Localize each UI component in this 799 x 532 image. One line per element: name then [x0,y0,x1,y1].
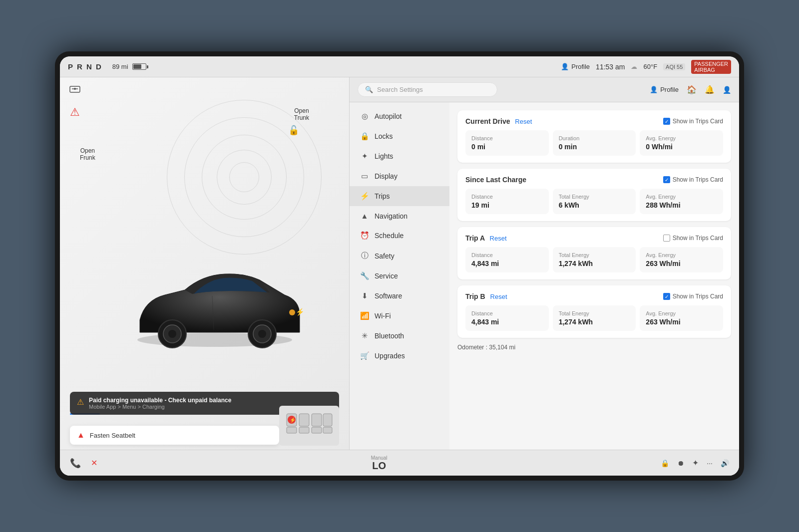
since-last-charge-distance: Distance 19 mi [465,189,549,214]
header-profile-person-icon: 👤 [650,86,658,93]
header-profile-button[interactable]: 👤 Profile [650,86,679,93]
nav-item-locks[interactable]: 🔒 Locks [350,126,449,146]
trip-b-distance-value: 4,843 mi [471,318,543,326]
trip-b-metrics: Distance 4,843 mi Total Energy 1,274 kWh… [465,305,723,331]
trip-a-avg-energy: Avg. Energy 263 Wh/mi [640,247,723,272]
settings-nav: ◎ Autopilot 🔒 Locks ✦ Lights ▭ [350,102,449,450]
autopilot-icon[interactable] [67,82,83,98]
lock-icon[interactable]: 🔒 [661,459,669,467]
since-last-charge-metrics: Distance 19 mi Total Energy 6 kWh Avg. E… [465,189,723,214]
current-drive-duration: Duration 0 min [553,130,636,156]
settings-header: 🔍 Search Settings 👤 Profile 🏠 🔔 👤 [350,77,739,102]
svg-point-9 [258,330,266,338]
trips-nav-label: Trips [375,192,390,200]
nav-item-navigation[interactable]: ▲ Navigation [350,206,449,226]
nav-item-display[interactable]: ▭ Display [350,166,449,186]
trip-a-avg-energy-value: 263 Wh/mi [646,260,717,267]
trips-section-trip-a: Trip A Reset Show in Trips Card Distance [457,227,731,279]
screen: P R N D 89 mi 👤 Profile 11:53 am ☁ 60°F … [60,56,739,476]
avg-energy-label: Avg. Energy [646,135,717,141]
trip-a-total-energy-label: Total Energy [559,252,630,258]
svg-point-11 [289,309,295,315]
cloud-icon: ☁ [631,63,637,70]
status-bar: P R N D 89 mi 👤 Profile 11:53 am ☁ 60°F … [60,56,739,77]
trip-a-reset-link[interactable]: Reset [490,235,507,242]
service-nav-icon: 🔧 [360,271,370,280]
nav-item-upgrades[interactable]: 🛒 Upgrades [350,346,449,366]
nav-item-trips[interactable]: ⚡ Trips [350,186,449,206]
svg-rect-20 [323,427,332,433]
navigation-nav-icon: ▲ [360,212,370,220]
trunk-open-icon: 🔓 [288,125,299,136]
trip-a-avg-energy-label: Avg. Energy [646,252,717,258]
phone-icon[interactable]: 📞 [70,458,81,469]
home-icon[interactable]: 🏠 [687,85,697,94]
person-icon[interactable]: 👤 [723,86,731,94]
since-last-charge-title: Since Last Charge [465,176,526,184]
trip-b-trips-card-checkbox[interactable]: ✓ Show in Trips Card [663,293,723,300]
trip-b-total-energy-value: 1,274 kWh [559,318,630,326]
trip-a-distance-label: Distance [471,252,543,258]
header-profile-label: Profile [660,86,679,93]
trip-b-avg-energy-label: Avg. Energy [646,310,717,316]
current-drive-reset-link[interactable]: Reset [515,118,532,125]
alert-main-text: Paid charging unavailable - Check unpaid… [89,397,231,404]
trip-b-header: Trip B Reset ✓ Show in Trips Card [465,292,723,300]
more-options-icon[interactable]: ··· [707,459,713,467]
distance-value: 0 mi [471,143,543,151]
bell-icon[interactable]: 🔔 [705,85,715,94]
display-nav-icon: ▭ [360,172,370,181]
fan-icon[interactable]: ✦ [692,458,699,468]
open-frunk-label[interactable]: Open Frunk [80,147,95,161]
current-drive-distance: Distance 0 mi [465,130,549,156]
top-profile-button[interactable]: 👤 Profile [561,63,590,70]
current-drive-avg-energy: Avg. Energy 0 Wh/mi [640,130,723,156]
upgrades-nav-icon: 🛒 [360,351,370,360]
slc-distance-label: Distance [471,194,543,200]
trip-a-title: Trip A Reset [465,234,507,242]
nav-item-software[interactable]: ⬇ Software [350,286,449,306]
nav-item-schedule[interactable]: ⏰ Schedule [350,226,449,246]
nav-item-lights[interactable]: ✦ Lights [350,146,449,166]
current-drive-title: Current Drive Reset [465,117,532,125]
safety-icon: PASSENGERAIRBAG [691,60,731,74]
trip-a-total-energy-value: 1,274 kWh [559,260,630,267]
schedule-nav-icon: ⏰ [360,231,370,240]
search-input[interactable]: Search Settings [377,86,423,93]
trip-b-title: Trip B Reset [465,292,507,300]
slc-distance-value: 19 mi [471,201,543,209]
current-drive-trips-card-checkbox[interactable]: ✓ Show in Trips Card [663,118,723,125]
nav-item-autopilot[interactable]: ◎ Autopilot [350,106,449,126]
left-panel: ⚠ Open Frunk Open Trunk 🔓 [60,77,350,450]
trip-b-show-label: Show in Trips Card [673,293,723,300]
slc-total-energy-label: Total Energy [559,194,630,200]
car-container: ⚡ [90,230,339,390]
nav-item-bluetooth[interactable]: ✳ Bluetooth [350,326,449,346]
battery-mi: 89 mi [112,63,128,70]
search-box[interactable]: 🔍 Search Settings [358,82,497,97]
taskbar-center: Manual LO [109,455,649,471]
seatbelt-warning-triangle-icon: ▲ [77,431,85,440]
open-trunk-label[interactable]: Open Trunk [294,107,309,121]
svg-rect-14 [287,427,297,433]
current-drive-metrics: Distance 0 mi Duration 0 min Avg. Energy… [465,130,723,156]
nav-item-safety[interactable]: ⓘ Safety [350,246,449,266]
since-last-charge-trips-card-checkbox[interactable]: ✓ Show in Trips Card [663,176,723,183]
trips-section-current-drive: Current Drive Reset ✓ Show in Trips Card… [457,110,731,163]
end-call-icon[interactable]: ✕ [91,458,97,468]
nav-item-service[interactable]: 🔧 Service [350,266,449,286]
display-nav-label: Display [375,172,398,180]
trip-b-reset-link[interactable]: Reset [490,293,507,300]
nav-item-wifi[interactable]: 📶 Wi-Fi [350,306,449,326]
trip-b-distance: Distance 4,843 mi [465,305,549,331]
slc-total-energy-value: 6 kWh [559,201,630,209]
distance-label: Distance [471,135,543,141]
prnd-display: P R N D [68,62,102,71]
trip-a-trips-card-checkbox[interactable]: Show in Trips Card [663,235,723,242]
since-last-charge-avg-energy: Avg. Energy 288 Wh/mi [640,189,723,214]
volume-icon[interactable]: 🔊 [721,459,729,467]
camera-icon[interactable]: ⏺ [677,459,684,467]
lights-nav-label: Lights [375,152,393,160]
duration-label: Duration [559,135,630,141]
left-panel-icons: ⚠ [67,82,83,120]
